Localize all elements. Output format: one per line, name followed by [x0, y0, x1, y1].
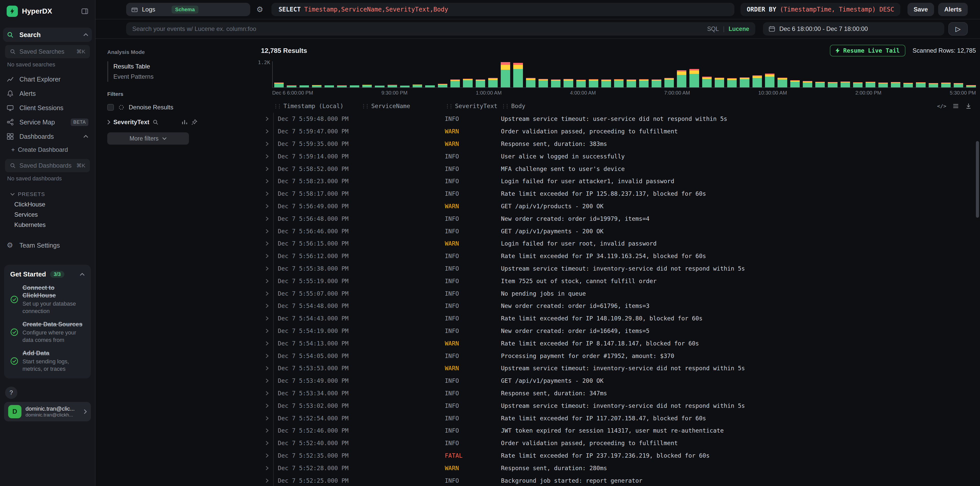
row-expand-chevron-icon[interactable]: [261, 266, 273, 271]
table-row[interactable]: Dec 7 5:52:46.000 PMINFOJWT token expire…: [261, 424, 976, 437]
table-row[interactable]: Dec 7 5:53:02.000 PMINFOUpstream service…: [261, 399, 976, 412]
facet-severitytext[interactable]: SeverityText: [107, 119, 197, 126]
saved-searches-input[interactable]: Saved Searches ⌘K: [5, 45, 90, 58]
event-search-input[interactable]: [132, 25, 707, 32]
row-expand-chevron-icon[interactable]: [261, 291, 273, 296]
chevron-up-icon[interactable]: [83, 33, 88, 36]
row-expand-chevron-icon[interactable]: [261, 154, 273, 159]
preset-services[interactable]: Services: [0, 210, 95, 220]
event-histogram[interactable]: 1.2K Dec 6 6:00:00 PM 9:30:00 PM 1:00:00…: [272, 61, 976, 96]
table-row[interactable]: Dec 7 5:52:40.000 PMINFOOrder validation…: [261, 437, 976, 449]
table-row[interactable]: Dec 7 5:53:49.000 PMINFOGET /api/v1/paym…: [261, 374, 976, 387]
table-row[interactable]: Dec 7 5:53:34.000 PMINFOResponse sent, d…: [261, 387, 976, 400]
alerts-button[interactable]: Alerts: [938, 3, 968, 16]
table-row[interactable]: Dec 7 5:56:15.000 PMWARNLogin failed for…: [261, 237, 976, 250]
order-by-input[interactable]: ORDER BY (TimestampTime, Timestamp) DESC: [740, 3, 900, 16]
source-settings-gear-icon[interactable]: ⚙: [256, 6, 263, 13]
preset-clickhouse[interactable]: ClickHouse: [0, 199, 95, 210]
create-dashboard-button[interactable]: + Create Dashboard: [0, 143, 95, 156]
row-expand-chevron-icon[interactable]: [261, 316, 273, 321]
row-expand-chevron-icon[interactable]: [261, 466, 273, 470]
table-row[interactable]: Dec 7 5:54:48.000 PMINFONew order create…: [261, 300, 976, 312]
row-expand-chevron-icon[interactable]: [261, 254, 273, 258]
row-expand-chevron-icon[interactable]: [261, 354, 273, 358]
drag-handle-icon[interactable]: ⋮⋮: [361, 103, 368, 109]
get-started-step-add-data[interactable]: Add Data Start sending logs, metrics, or…: [10, 349, 85, 373]
row-expand-chevron-icon[interactable]: [261, 478, 273, 483]
sidebar-item-alerts[interactable]: Alerts: [3, 86, 92, 101]
row-expand-chevron-icon[interactable]: [261, 403, 273, 408]
row-expand-chevron-icon[interactable]: [261, 416, 273, 421]
presets-toggle[interactable]: PRESETS: [0, 186, 95, 199]
table-row[interactable]: Dec 7 5:52:28.000 PMWARNResponse sent, d…: [261, 462, 976, 474]
table-row[interactable]: Dec 7 5:54:05.000 PMINFOProcessing payme…: [261, 349, 976, 362]
table-row[interactable]: Dec 7 5:56:48.000 PMINFONew order create…: [261, 212, 976, 225]
pin-icon[interactable]: [191, 119, 197, 126]
table-row[interactable]: Dec 7 5:54:43.000 PMINFORate limit excee…: [261, 312, 976, 325]
drag-handle-icon[interactable]: ⋮⋮: [445, 103, 452, 109]
date-range-picker[interactable]: Dec 6 18:00:00 - Dec 7 18:00:00: [763, 22, 944, 35]
facet-chart-icon[interactable]: [181, 119, 188, 126]
preset-kubernetes[interactable]: Kubernetes: [0, 220, 95, 230]
row-expand-chevron-icon[interactable]: [261, 229, 273, 234]
chevron-up-icon[interactable]: [80, 273, 85, 276]
row-expand-chevron-icon[interactable]: [261, 129, 273, 134]
row-expand-chevron-icon[interactable]: [261, 204, 273, 209]
sidebar-item-chart-explorer[interactable]: Chart Explorer: [3, 72, 92, 86]
denoise-checkbox[interactable]: [107, 104, 114, 111]
row-expand-chevron-icon[interactable]: [261, 241, 273, 246]
row-expand-chevron-icon[interactable]: [261, 428, 273, 433]
lucene-mode-toggle[interactable]: Lucene: [729, 25, 749, 32]
table-row[interactable]: Dec 7 5:56:46.000 PMINFOGET /api/v1/paym…: [261, 225, 976, 237]
sidebar-item-client-sessions[interactable]: Client Sessions: [3, 101, 92, 115]
save-button[interactable]: Save: [907, 3, 934, 16]
table-row[interactable]: Dec 7 5:53:53.000 PMWARNUpstream service…: [261, 362, 976, 374]
sidebar-item-search[interactable]: Search: [3, 28, 92, 42]
table-row[interactable]: Dec 7 5:58:23.000 PMINFOLogin failed for…: [261, 175, 976, 188]
table-row[interactable]: Dec 7 5:54:19.000 PMINFONew order create…: [261, 325, 976, 337]
resume-live-tail-button[interactable]: Resume Live Tail: [830, 45, 905, 56]
vertical-scrollbar[interactable]: [976, 141, 979, 218]
row-expand-chevron-icon[interactable]: [261, 142, 273, 146]
row-expand-chevron-icon[interactable]: [261, 341, 273, 346]
drag-handle-icon[interactable]: ⋮⋮: [501, 103, 508, 109]
sql-mode-toggle[interactable]: SQL: [707, 25, 719, 32]
user-menu[interactable]: D dominic.tran@clic... dominic.tran@clic…: [4, 402, 91, 421]
help-button[interactable]: ?: [5, 387, 18, 399]
row-expand-chevron-icon[interactable]: [261, 391, 273, 395]
sidebar-item-service-map[interactable]: Service Map BETA: [3, 115, 92, 129]
table-row[interactable]: Dec 7 5:59:48.000 PMINFOUpstream service…: [261, 113, 976, 125]
table-row[interactable]: Dec 7 5:59:47.000 PMWARNOrder validation…: [261, 125, 976, 138]
row-expand-chevron-icon[interactable]: [261, 217, 273, 221]
sidebar-item-dashboards[interactable]: Dashboards: [3, 129, 92, 143]
table-row[interactable]: Dec 7 5:55:38.000 PMINFOUpstream service…: [261, 263, 976, 275]
table-row[interactable]: Dec 7 5:58:52.000 PMINFOMFA challenge se…: [261, 163, 976, 175]
mode-results-table[interactable]: Results Table: [108, 61, 197, 72]
sidebar-collapse-icon[interactable]: [81, 8, 88, 15]
select-query-input[interactable]: SELECT Timestamp,ServiceName,SeverityTex…: [271, 3, 734, 16]
table-row[interactable]: Dec 7 5:54:13.000 PMWARNRate limit excee…: [261, 337, 976, 349]
row-expand-chevron-icon[interactable]: [261, 453, 273, 458]
table-row[interactable]: Dec 7 5:58:17.000 PMINFORate limit excee…: [261, 188, 976, 200]
mode-event-patterns[interactable]: Event Patterns: [108, 72, 197, 82]
get-started-header[interactable]: Get Started 3/3: [10, 270, 85, 278]
table-row[interactable]: Dec 7 5:56:12.000 PMINFORate limit excee…: [261, 250, 976, 263]
table-row[interactable]: Dec 7 5:55:07.000 PMINFONo pending jobs …: [261, 287, 976, 300]
run-query-button[interactable]: ▷: [948, 22, 968, 35]
more-filters-button[interactable]: More filters: [107, 132, 189, 145]
row-expand-chevron-icon[interactable]: [261, 179, 273, 183]
chevron-right-icon[interactable]: [107, 120, 110, 125]
row-expand-chevron-icon[interactable]: [261, 328, 273, 333]
denoise-results-toggle[interactable]: Denoise Results: [107, 104, 197, 111]
column-header-timestamp[interactable]: ⋮⋮Timestamp (Local): [273, 103, 361, 109]
table-row[interactable]: Dec 7 5:55:19.000 PMINFOItem 7525 out of…: [261, 275, 976, 287]
table-row[interactable]: Dec 7 5:56:49.000 PMWARNGET /api/v1/prod…: [261, 200, 976, 213]
row-expand-chevron-icon[interactable]: [261, 279, 273, 284]
table-row[interactable]: Dec 7 5:52:25.000 PMINFOBackground job s…: [261, 474, 976, 486]
sidebar-item-team-settings[interactable]: ⚙ Team Settings: [3, 238, 92, 252]
row-expand-chevron-icon[interactable]: [261, 191, 273, 196]
table-row[interactable]: Dec 7 5:59:14.000 PMINFOUser alice_w log…: [261, 150, 976, 163]
get-started-step-connect[interactable]: Connect to ClickHouse Set up your databa…: [10, 284, 85, 315]
download-icon[interactable]: [965, 103, 972, 109]
row-expand-chevron-icon[interactable]: [261, 441, 273, 445]
